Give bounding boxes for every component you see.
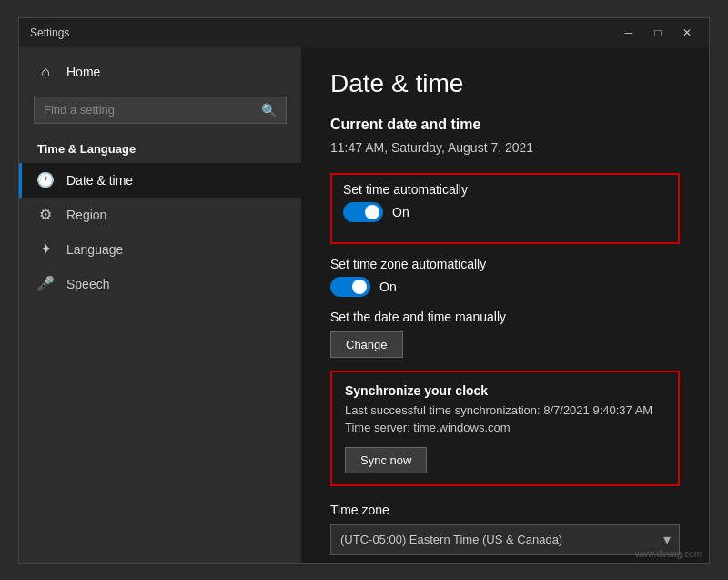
set-time-auto-toggle[interactable] (343, 202, 383, 222)
timezone-wrapper: (UTC-05:00) Eastern Time (US & Canada) (330, 524, 680, 555)
home-label: Home (66, 65, 100, 79)
sidebar-section-label: Time & Language (19, 131, 301, 163)
minimize-button[interactable]: ─ (618, 25, 640, 41)
set-timezone-auto-label: Set time zone automatically (330, 257, 680, 271)
sync-now-button[interactable]: Sync now (345, 447, 427, 473)
sidebar-item-label-speech: Speech (66, 277, 109, 291)
sidebar-item-home[interactable]: ⌂ Home (19, 55, 301, 89)
set-timezone-auto-toggle-row: On (330, 277, 680, 297)
set-time-auto-label: Set time automatically (343, 182, 667, 197)
home-icon: ⌂ (37, 64, 54, 80)
set-timezone-auto-section: Set time zone automatically On (330, 257, 680, 297)
page-title: Date & time (330, 69, 680, 98)
timezone-section: Time zone (UTC-05:00) Eastern Time (US &… (330, 503, 680, 555)
sidebar-item-language[interactable]: ✦ Language (19, 232, 301, 267)
sidebar: ⌂ Home 🔍 Time & Language 🕐 Date & time ⚙… (19, 47, 301, 563)
close-button[interactable]: ✕ (676, 25, 698, 41)
set-timezone-auto-state: On (379, 280, 397, 294)
set-time-auto-toggle-row: On (343, 202, 667, 222)
set-time-auto-section: Set time automatically On (330, 173, 680, 244)
maximize-button[interactable]: □ (647, 25, 669, 41)
language-icon: ✦ (37, 241, 54, 258)
sync-info1: Last successful time synchronization: 8/… (345, 403, 665, 417)
sidebar-item-speech[interactable]: 🎤 Speech (19, 267, 301, 301)
search-icon: 🔍 (261, 103, 277, 117)
set-manually-label: Set the date and time manually (330, 310, 680, 324)
sidebar-item-label-region: Region (66, 208, 106, 222)
sidebar-item-label-language: Language (66, 242, 123, 257)
settings-window: Settings ─ □ ✕ ⌂ Home 🔍 Time & Language … (18, 17, 710, 564)
toggle-knob (365, 205, 379, 219)
sync-section: Synchronize your clock Last successful t… (330, 371, 680, 486)
sync-info2: Time server: time.windows.com (345, 421, 665, 434)
date-time-icon: 🕐 (37, 172, 54, 188)
timezone-select[interactable]: (UTC-05:00) Eastern Time (US & Canada) (330, 524, 680, 555)
title-bar: Settings ─ □ ✕ (19, 18, 709, 47)
window-controls: ─ □ ✕ (618, 25, 698, 41)
search-box[interactable]: 🔍 (34, 97, 287, 124)
window-title: Settings (30, 26, 69, 39)
current-date-section-title: Current date and time (330, 117, 680, 133)
sync-title: Synchronize your clock (345, 383, 665, 398)
set-manually-section: Set the date and time manually Change (330, 310, 680, 358)
sidebar-item-date-time[interactable]: 🕐 Date & time (19, 163, 301, 198)
current-datetime: 11:47 AM, Saturday, August 7, 2021 (330, 140, 680, 155)
speech-icon: 🎤 (37, 276, 54, 292)
main-content: Date & time Current date and time 11:47 … (301, 47, 709, 563)
watermark: www.deuag.com (635, 549, 702, 559)
set-timezone-auto-toggle[interactable] (330, 277, 370, 297)
sidebar-item-region[interactable]: ⚙ Region (19, 198, 301, 232)
search-input[interactable] (44, 103, 254, 117)
content-area: ⌂ Home 🔍 Time & Language 🕐 Date & time ⚙… (19, 47, 709, 563)
timezone-label: Time zone (330, 503, 680, 517)
timezone-toggle-knob (352, 280, 367, 294)
sidebar-item-label-date-time: Date & time (66, 173, 133, 188)
change-button[interactable]: Change (330, 331, 403, 358)
region-icon: ⚙ (37, 207, 54, 223)
set-time-auto-state: On (392, 205, 410, 219)
